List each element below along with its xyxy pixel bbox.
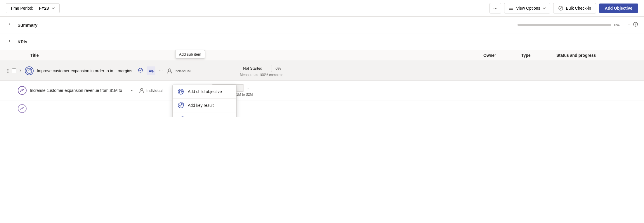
add-child-objective-label: Add child objective <box>188 89 222 94</box>
bulk-checkin-icon <box>558 6 563 11</box>
sub-row-status-pct: - <box>247 86 249 90</box>
add-project-label: Add project <box>188 117 209 117</box>
svg-rect-9 <box>149 69 152 69</box>
add-sub-item-tooltip: Add sub item <box>175 50 205 59</box>
svg-rect-1 <box>509 8 513 8</box>
checkin-action-button[interactable] <box>136 66 145 75</box>
type-col-header: Type <box>521 53 556 58</box>
bulk-checkin-button[interactable]: Bulk Check-in <box>553 3 596 13</box>
svg-point-20 <box>181 116 184 117</box>
add-child-objective-item[interactable]: Add child objective <box>173 85 236 99</box>
status-row: Not Started 0% <box>240 65 322 72</box>
time-period-label: Time Period: <box>10 6 33 11</box>
row-title: Improve customer expansion in order to i… <box>37 68 136 73</box>
view-options-chevron-icon <box>542 6 546 10</box>
owner-label: Individual <box>174 69 190 73</box>
svg-point-13 <box>169 69 171 71</box>
row-checkbox[interactable] <box>12 68 16 73</box>
table-body: Improve customer expansion in order to i… <box>0 61 644 117</box>
bulk-checkin-label: Bulk Check-in <box>566 6 591 11</box>
add-key-result-item[interactable]: Add key result <box>173 99 236 112</box>
status-cell: Not Started 0% Measure as 100% complete <box>240 65 322 77</box>
add-sub-item-button[interactable] <box>147 66 155 75</box>
more-options-button[interactable]: ··· <box>489 3 501 13</box>
time-period-value: FY23 <box>39 6 49 11</box>
add-key-result-label: Add key result <box>188 103 214 108</box>
status-sub-text: Measure as 100% complete <box>240 73 322 77</box>
view-options-label: View Options <box>516 6 540 11</box>
checkin-icon <box>138 68 143 73</box>
row-expand-button[interactable] <box>19 68 22 73</box>
sub-row-owner-cell: Individual <box>139 88 177 93</box>
view-options-button[interactable]: View Options <box>504 3 550 13</box>
summary-chevron-icon <box>7 22 12 27</box>
add-sub-item-icon <box>148 68 154 73</box>
kpis-section: KPIs <box>0 33 644 50</box>
svg-rect-11 <box>149 71 151 72</box>
summary-title: Summary <box>18 23 513 28</box>
sub-row-person-icon <box>139 88 145 93</box>
table-row: Increase customer expansion revenue from… <box>0 81 644 100</box>
add-sub-item-tooltip-text: Add sub item <box>179 52 201 56</box>
svg-point-22 <box>140 88 143 91</box>
ellipsis-icon: ··· <box>493 5 498 11</box>
row-chevron-icon <box>19 69 22 72</box>
toolbar: Time Period: FY23 ··· View Options Bulk … <box>0 0 644 17</box>
summary-actions: − ? <box>627 22 638 28</box>
sub-row-title: Increase customer expansion revenue from… <box>30 88 129 93</box>
sub-row-owner-label: Individual <box>146 88 162 93</box>
kpi-icon <box>18 86 27 95</box>
partial-row <box>0 100 644 117</box>
summary-section: Summary 0% − ? <box>0 17 644 33</box>
table-header: Title Owner Type Status and progress <box>0 50 644 61</box>
title-col-header: Title <box>30 53 483 58</box>
status-col-header: Status and progress <box>556 53 638 58</box>
kpis-title: KPIs <box>18 39 638 44</box>
add-project-item[interactable]: Add project <box>173 112 236 117</box>
summary-expand-button[interactable] <box>6 21 13 28</box>
row-more-button[interactable]: ··· <box>157 67 164 75</box>
kpis-expand-button[interactable] <box>6 38 13 45</box>
help-icon: ? <box>633 22 638 27</box>
sub-row-actions: ··· <box>129 87 136 94</box>
table-row: Improve customer expansion in order to i… <box>0 61 644 81</box>
child-objective-icon <box>177 88 184 95</box>
person-icon <box>167 68 173 74</box>
summary-progress: 0% <box>518 23 623 27</box>
add-objective-label: Add Objective <box>605 6 632 11</box>
svg-text:?: ? <box>635 23 636 26</box>
row-actions: Add sub item ··· <box>136 66 164 75</box>
summary-progress-track <box>518 24 611 26</box>
project-icon <box>177 116 184 117</box>
add-objective-button[interactable]: Add Objective <box>599 4 638 13</box>
owner-cell: Individual <box>167 68 205 74</box>
add-sub-item-dropdown: Add child objective Add key result Add p… <box>172 85 237 117</box>
status-pct: 0% <box>275 66 281 71</box>
objective-icon <box>25 66 34 76</box>
summary-collapse-button[interactable]: − <box>627 22 631 28</box>
svg-rect-0 <box>509 7 513 7</box>
summary-help-button[interactable]: ? <box>633 22 638 28</box>
key-result-icon <box>177 102 184 109</box>
sub-row-more-button[interactable]: ··· <box>129 87 136 94</box>
kpis-chevron-icon <box>7 39 12 43</box>
status-badge: Not Started <box>240 65 272 72</box>
partial-row-icon <box>18 104 27 113</box>
svg-rect-2 <box>509 9 513 10</box>
owner-col-header: Owner <box>483 53 521 58</box>
toolbar-right: ··· View Options Bulk Check-in Add Objec… <box>489 3 638 13</box>
chevron-down-icon <box>51 6 55 10</box>
time-period-button[interactable]: Time Period: FY23 <box>6 3 60 13</box>
drag-handle[interactable] <box>6 68 11 74</box>
summary-progress-pct: 0% <box>614 23 623 27</box>
view-options-icon <box>508 6 514 11</box>
